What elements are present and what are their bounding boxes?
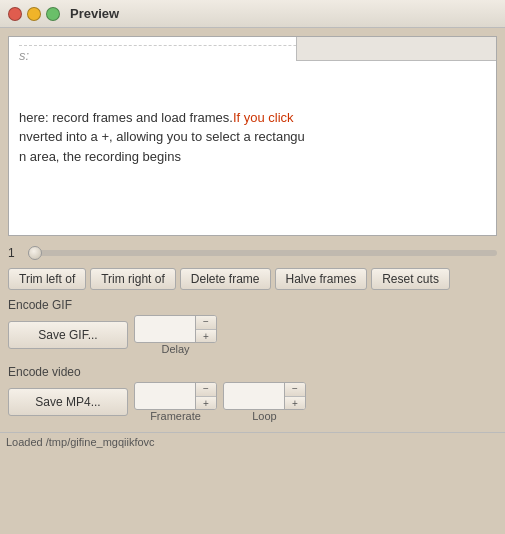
delay-spinbox-col: − + Delay — [134, 315, 217, 355]
delay-spinbox: − + — [134, 315, 217, 343]
encode-gif-section: Encode GIF Save GIF... − + Delay — [4, 296, 501, 359]
delay-plus-button[interactable]: + — [196, 330, 216, 344]
delete-frame-button[interactable]: Delete frame — [180, 268, 271, 290]
loop-spinbox: − + — [223, 382, 306, 410]
frame-slider-area: 1 — [4, 244, 501, 262]
encode-video-row: Save MP4... − + Framerate − + — [8, 382, 497, 422]
statusbar: Loaded /tmp/gifine_mgqiikfovc — [0, 432, 505, 451]
halve-frames-button[interactable]: Halve frames — [275, 268, 368, 290]
save-gif-button[interactable]: Save GIF... — [8, 321, 128, 349]
encode-gif-row: Save GIF... − + Delay — [8, 315, 497, 355]
preview-topbar — [296, 37, 496, 61]
delay-minus-button[interactable]: − — [196, 315, 216, 330]
trim-left-button[interactable]: Trim left of — [8, 268, 86, 290]
framerate-spinbox-buttons: − + — [195, 382, 216, 410]
trim-right-button[interactable]: Trim right of — [90, 268, 176, 290]
status-text: Loaded /tmp/gifine_mgqiikfovc — [6, 436, 155, 448]
loop-minus-button[interactable]: − — [285, 382, 305, 397]
frame-slider-track[interactable] — [28, 250, 497, 256]
save-mp4-button[interactable]: Save MP4... — [8, 388, 128, 416]
framerate-minus-button[interactable]: − — [196, 382, 216, 397]
preview-line3: n area, the recording begins — [19, 147, 486, 167]
delay-spinbox-buttons: − + — [195, 315, 216, 343]
reset-cuts-button[interactable]: Reset cuts — [371, 268, 450, 290]
close-button[interactable] — [8, 7, 22, 21]
frame-slider-thumb[interactable] — [28, 246, 42, 260]
maximize-button[interactable] — [46, 7, 60, 21]
action-buttons-row: Trim left of Trim right of Delete frame … — [4, 266, 501, 292]
framerate-plus-button[interactable]: + — [196, 397, 216, 411]
loop-plus-button[interactable]: + — [285, 397, 305, 411]
encode-video-label: Encode video — [8, 365, 497, 379]
loop-label: Loop — [252, 410, 276, 422]
loop-spinbox-buttons: − + — [284, 382, 305, 410]
framerate-label: Framerate — [150, 410, 201, 422]
encode-gif-label: Encode GIF — [8, 298, 497, 312]
framerate-spinbox: − + — [134, 382, 217, 410]
preview-line2: nverted into a +, allowing you to select… — [19, 127, 486, 147]
delay-label: Delay — [161, 343, 189, 355]
titlebar: Preview — [0, 0, 505, 28]
encode-video-section: Encode video Save MP4... − + Framerate − — [4, 363, 501, 426]
window-title: Preview — [70, 6, 119, 21]
window-controls — [8, 7, 60, 21]
framerate-spinbox-col: − + Framerate — [134, 382, 217, 422]
preview-line1: here: record frames and load frames.If y… — [19, 108, 486, 128]
preview-area: s: here: record frames and load frames.I… — [8, 36, 497, 236]
minimize-button[interactable] — [27, 7, 41, 21]
main-content: s: here: record frames and load frames.I… — [0, 28, 505, 430]
loop-spinbox-col: − + Loop — [223, 382, 306, 422]
frame-number: 1 — [8, 246, 22, 260]
